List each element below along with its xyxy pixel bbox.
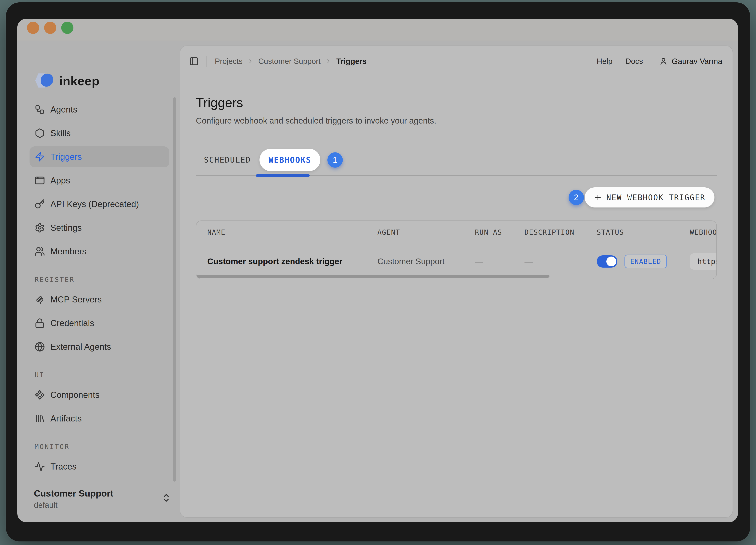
tabs: SCHEDULED WEBHOOKS 1	[196, 149, 717, 171]
sidebar-item-label: Artifacts	[50, 414, 82, 424]
app-body: inkeep Agents Skills Trig	[17, 41, 738, 522]
breadcrumb-customer-support[interactable]: Customer Support	[258, 57, 321, 66]
activity-icon	[35, 462, 45, 472]
chevrons-up-down-icon	[161, 493, 171, 503]
sidebar-item-label: Apps	[50, 175, 70, 185]
column-header-name: NAME	[196, 228, 377, 236]
zap-icon	[35, 152, 45, 162]
page-subtitle: Configure webhook and scheduled triggers…	[196, 116, 717, 125]
sidebar-item-label: Skills	[50, 128, 71, 138]
sidebar-item-components[interactable]: Components	[30, 385, 169, 405]
new-webhook-trigger-button[interactable]: NEW WEBHOOK TRIGGER	[585, 187, 714, 207]
header-divider	[207, 56, 207, 67]
new-webhook-trigger-label: NEW WEBHOOK TRIGGER	[606, 193, 705, 202]
sidebar-item-label: Settings	[50, 223, 82, 233]
hexagon-icon	[35, 128, 45, 138]
gear-icon	[35, 223, 45, 233]
webhook-url-chip[interactable]: https	[690, 253, 716, 270]
trigger-webhook-cell: https	[690, 253, 716, 270]
tab-scheduled[interactable]: SCHEDULED	[204, 155, 251, 164]
breadcrumb-triggers: Triggers	[336, 57, 367, 66]
inkeep-logo[interactable]: inkeep	[33, 71, 180, 90]
sidebar-item-label: MCP Servers	[50, 295, 102, 305]
sidebar-item-label: External Agents	[50, 342, 111, 352]
zoom-window-button[interactable]	[61, 22, 73, 34]
sidebar-item-triggers[interactable]: Triggers	[30, 146, 169, 167]
sidebar-section-register: REGISTER	[17, 276, 180, 284]
sidebar-item-label: Components	[50, 390, 99, 400]
window-titlebar	[17, 19, 738, 41]
column-header-status: STATUS	[597, 228, 690, 236]
top-header: Projects Customer Support Triggers Help …	[180, 46, 733, 77]
table-header-row: NAME AGENT RUN AS DESCRIPTION STATUS WEB…	[196, 221, 716, 244]
main-card: Projects Customer Support Triggers Help …	[180, 45, 733, 518]
breadcrumb-projects[interactable]: Projects	[215, 57, 243, 66]
sidebar-item-traces[interactable]: Traces	[30, 456, 169, 477]
table-horizontal-scrollbar[interactable]	[197, 275, 549, 278]
workspace-switcher[interactable]: Customer Support default	[34, 488, 168, 510]
sidebar-item-label: API Keys (Deprecated)	[50, 199, 139, 209]
sidebar-nav: Agents Skills Triggers Apps	[17, 99, 180, 262]
workspace-environment: default	[34, 501, 168, 510]
sidebar-item-external-agents[interactable]: External Agents	[30, 336, 169, 357]
sidebar-section-monitor: MONITOR	[17, 443, 180, 451]
workflow-icon	[35, 104, 45, 115]
toggle-knob	[606, 256, 616, 266]
user-menu[interactable]: Gaurav Varma	[659, 57, 722, 66]
window-content: inkeep Agents Skills Trig	[17, 19, 738, 522]
app-window-icon	[35, 175, 45, 185]
tab-webhooks[interactable]: WEBHOOKS	[259, 149, 320, 171]
sidebar-item-apps[interactable]: Apps	[30, 170, 169, 191]
tab-underline	[196, 175, 717, 176]
column-header-description: DESCRIPTION	[524, 228, 597, 236]
trigger-status-cell: ENABLED	[597, 254, 690, 268]
users-icon	[35, 246, 45, 256]
column-header-agent: AGENT	[377, 228, 475, 236]
annotation-badge-1: 1	[327, 152, 343, 168]
sidebar-item-label: Traces	[50, 462, 77, 472]
annotation-badge-2: 2	[569, 190, 584, 205]
close-window-button[interactable]	[27, 22, 39, 34]
status-badge: ENABLED	[624, 254, 667, 268]
sidebar-item-members[interactable]: Members	[30, 241, 169, 262]
app-window: inkeep Agents Skills Trig	[6, 2, 750, 541]
breadcrumb: Projects Customer Support Triggers	[215, 57, 367, 66]
sidebar-item-mcp-servers[interactable]: MCP Servers	[30, 289, 169, 310]
user-name: Gaurav Varma	[672, 57, 722, 66]
sidebar: inkeep Agents Skills Trig	[17, 41, 180, 522]
sidebar-item-label: Agents	[50, 105, 77, 114]
component-icon	[35, 390, 45, 400]
help-link[interactable]: Help	[597, 57, 612, 66]
table-row[interactable]: Customer support zendesk trigger Custome…	[196, 244, 716, 279]
sidebar-item-skills[interactable]: Skills	[30, 123, 169, 144]
sidebar-item-api-keys[interactable]: API Keys (Deprecated)	[30, 194, 169, 214]
key-icon	[35, 199, 45, 209]
column-header-webhook: WEBHOO	[690, 228, 716, 236]
page-title: Triggers	[196, 95, 717, 110]
actions-row: 2 NEW WEBHOOK TRIGGER	[196, 187, 717, 207]
plus-icon	[594, 193, 602, 201]
logo-wordmark: inkeep	[59, 74, 100, 88]
globe-icon	[35, 342, 45, 352]
trigger-agent: Customer Support	[377, 257, 475, 266]
scribble-icon	[35, 295, 45, 305]
bars-icon	[35, 413, 45, 424]
sidebar-toggle-icon[interactable]	[189, 57, 199, 66]
minimize-window-button[interactable]	[44, 22, 56, 34]
sidebar-item-label: Credentials	[50, 318, 94, 328]
sidebar-item-agents[interactable]: Agents	[30, 99, 169, 120]
status-toggle[interactable]	[597, 255, 617, 267]
triggers-table: NAME AGENT RUN AS DESCRIPTION STATUS WEB…	[196, 220, 717, 279]
sidebar-item-label: Members	[50, 246, 86, 256]
chevron-right-icon	[325, 58, 332, 64]
docs-link[interactable]: Docs	[625, 57, 643, 66]
trigger-description: —	[524, 257, 597, 266]
workspace-name: Customer Support	[34, 488, 168, 499]
sidebar-scrollbar[interactable]	[173, 97, 176, 482]
sidebar-item-credentials[interactable]: Credentials	[30, 313, 169, 334]
sidebar-item-artifacts[interactable]: Artifacts	[30, 408, 169, 429]
sidebar-item-settings[interactable]: Settings	[30, 217, 169, 238]
trigger-run-as: —	[475, 257, 524, 266]
chevron-right-icon	[247, 58, 254, 64]
column-header-run-as: RUN AS	[475, 228, 524, 236]
